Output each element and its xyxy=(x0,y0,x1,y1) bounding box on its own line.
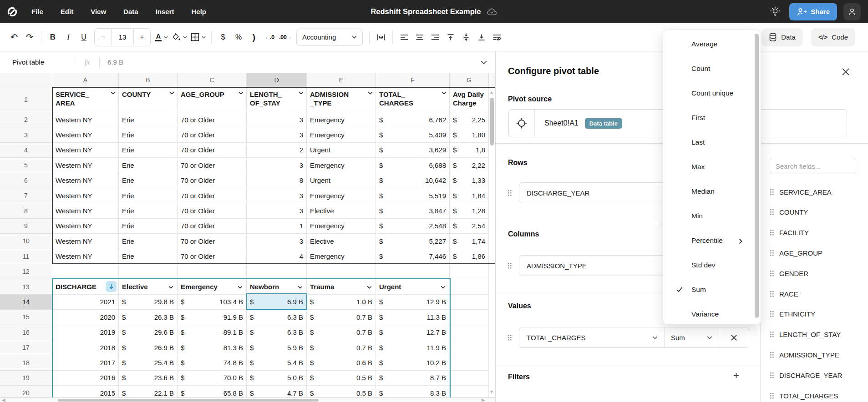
column-menu-chevron-icon[interactable] xyxy=(298,286,303,289)
cell-F16[interactable]: $12.7 B xyxy=(376,325,450,340)
cell-F4[interactable]: $3,629 xyxy=(376,143,450,158)
drag-handle[interactable] xyxy=(770,250,774,256)
cell-A12[interactable] xyxy=(52,264,119,279)
cell-D4[interactable]: 2 xyxy=(247,143,307,158)
cell-B5[interactable]: Erie xyxy=(119,158,178,173)
close-panel-button[interactable] xyxy=(840,66,852,79)
text-color-button[interactable]: A xyxy=(153,30,170,45)
cell-A2[interactable]: Western NY xyxy=(52,112,119,127)
cell-D12[interactable] xyxy=(247,264,307,279)
increase-font-size-button[interactable]: + xyxy=(134,29,150,46)
drag-handle[interactable] xyxy=(508,262,512,269)
grid-corner[interactable] xyxy=(0,73,52,87)
thousands-separator-button[interactable]: ) xyxy=(246,30,262,45)
cell-F14[interactable]: $12.9 B xyxy=(376,295,450,310)
agg-option-count-unique[interactable]: Count unique xyxy=(665,85,750,101)
column-header-A[interactable]: A xyxy=(52,73,119,87)
row-header-18[interactable]: 18 xyxy=(0,355,52,370)
row-header-1[interactable]: 1 xyxy=(0,87,52,112)
cell-A4[interactable]: Western NY xyxy=(52,143,119,158)
cell-D17[interactable]: $5.9 B xyxy=(247,340,307,355)
drag-handle[interactable] xyxy=(770,229,774,236)
cell-F5[interactable]: $6,688 xyxy=(376,158,450,173)
cell-F15[interactable]: $11.3 B xyxy=(376,310,450,325)
cell-E12[interactable] xyxy=(307,264,376,279)
row-header-11[interactable]: 11 xyxy=(0,249,52,264)
cell-E8[interactable]: Elective xyxy=(307,203,376,218)
spreadsheet-grid[interactable]: ▲ ▼ ◀ ▶ ABCDEFG1234567891011121314151617… xyxy=(0,73,495,402)
cell-E4[interactable]: Urgent xyxy=(307,143,376,158)
cell-B2[interactable]: Erie xyxy=(119,112,178,127)
cell-B1[interactable]: COUNTY xyxy=(119,87,178,112)
cell-F17[interactable]: $11.9 B xyxy=(376,340,450,355)
cell-A19[interactable]: 2016 xyxy=(52,371,119,386)
cell-E19[interactable]: $0.5 B xyxy=(307,371,376,386)
drag-handle[interactable] xyxy=(508,190,512,196)
menu-data[interactable]: Data xyxy=(115,0,147,23)
cell-E18[interactable]: $0.6 B xyxy=(307,355,376,370)
cell-G13[interactable] xyxy=(450,279,489,294)
cell-A7[interactable]: Western NY xyxy=(52,188,119,203)
cell-C16[interactable]: $89.1 B xyxy=(178,325,247,340)
cell-B4[interactable]: Erie xyxy=(119,143,178,158)
cell-G4[interactable]: $1,8 xyxy=(450,143,489,158)
data-panel-button[interactable]: Data xyxy=(761,28,803,46)
cell-D9[interactable]: 1 xyxy=(247,219,307,234)
menu-edit[interactable]: Edit xyxy=(52,0,82,23)
column-menu-chevron-icon[interactable] xyxy=(299,91,304,95)
align-left-button[interactable] xyxy=(396,30,412,45)
cell-E16[interactable]: $0.7 B xyxy=(307,325,376,340)
row-header-15[interactable]: 15 xyxy=(0,310,52,325)
cell-F9[interactable]: $2,548 xyxy=(376,219,450,234)
cell-D18[interactable]: $5.4 B xyxy=(247,355,307,370)
cell-E3[interactable]: Emergency xyxy=(307,127,376,142)
row-header-3[interactable]: 3 xyxy=(0,127,52,142)
cell-E14[interactable]: $1.0 B xyxy=(307,295,376,310)
undo-button[interactable]: ↶ xyxy=(6,30,22,45)
column-menu-chevron-icon[interactable] xyxy=(367,286,372,289)
field-item-admission_type[interactable]: ADMISSION_TYPE xyxy=(770,349,839,360)
cell-D7[interactable]: 3 xyxy=(247,188,307,203)
cell-G9[interactable]: $2,54 xyxy=(450,219,489,234)
cell-A11[interactable]: Western NY xyxy=(52,249,119,264)
cell-B10[interactable]: Erie xyxy=(119,234,178,249)
share-button[interactable]: Share xyxy=(789,3,837,20)
redo-button[interactable]: ↷ xyxy=(22,30,37,45)
cell-G10[interactable]: $1,74 xyxy=(450,234,489,249)
drag-handle[interactable] xyxy=(770,270,774,277)
decrease-font-size-button[interactable]: − xyxy=(95,29,111,46)
search-fields-input[interactable] xyxy=(770,158,856,174)
cell-B9[interactable]: Erie xyxy=(119,219,178,234)
field-item-gender[interactable]: GENDER xyxy=(770,268,808,279)
horizontal-scrollbar[interactable]: ◀ ▶ xyxy=(0,397,495,402)
menu-file[interactable]: File xyxy=(23,0,52,23)
drag-handle[interactable] xyxy=(770,392,774,399)
cell-G3[interactable]: $1,80 xyxy=(450,127,489,142)
cell-C5[interactable]: 70 or Older xyxy=(178,158,247,173)
align-top-button[interactable] xyxy=(443,30,458,45)
cell-E5[interactable]: Emergency xyxy=(307,158,376,173)
cell-E7[interactable]: Emergency xyxy=(307,188,376,203)
cell-D10[interactable]: 3 xyxy=(247,234,307,249)
cell-D1[interactable]: LENGTH_OF_STAY xyxy=(247,87,307,112)
cell-B17[interactable]: $26.9 B xyxy=(119,340,178,355)
cell-G5[interactable]: $2,22 xyxy=(450,158,489,173)
cell-A9[interactable]: Western NY xyxy=(52,219,119,234)
cell-A16[interactable]: 2019 xyxy=(52,325,119,340)
vertical-scrollbar-thumb[interactable] xyxy=(490,98,494,146)
cell-E15[interactable]: $0.7 B xyxy=(307,310,376,325)
cell-A1[interactable]: SERVICE_AREA xyxy=(52,87,119,112)
cell-F18[interactable]: $10.2 B xyxy=(376,355,450,370)
cell-A8[interactable]: Western NY xyxy=(52,203,119,218)
cell-A18[interactable]: 2017 xyxy=(52,355,119,370)
align-center-button[interactable] xyxy=(412,30,427,45)
column-header-D[interactable]: D xyxy=(247,73,307,87)
cell-A14[interactable]: 2021 xyxy=(52,295,119,310)
cell-B18[interactable]: $25.4 B xyxy=(119,355,178,370)
cell-B11[interactable]: Erie xyxy=(119,249,178,264)
cell-F1[interactable]: TOTAL_CHARGES xyxy=(376,87,450,112)
agg-option-max[interactable]: Max xyxy=(665,159,750,175)
row-header-6[interactable]: 6 xyxy=(0,173,52,188)
field-item-age_group[interactable]: AGE_GROUP xyxy=(770,247,822,258)
column-menu-chevron-icon[interactable] xyxy=(368,91,373,95)
